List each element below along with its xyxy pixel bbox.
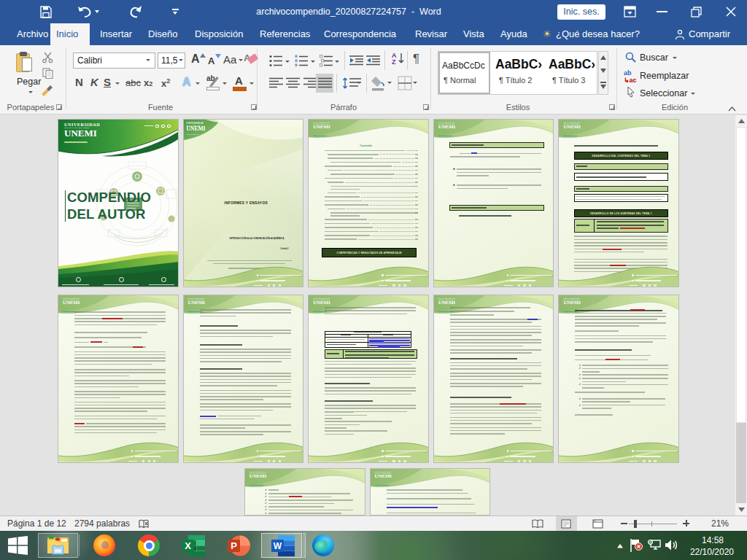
svg-text:X: X: [185, 540, 191, 551]
svg-text:W: W: [274, 541, 282, 551]
svg-text:P: P: [231, 540, 237, 551]
